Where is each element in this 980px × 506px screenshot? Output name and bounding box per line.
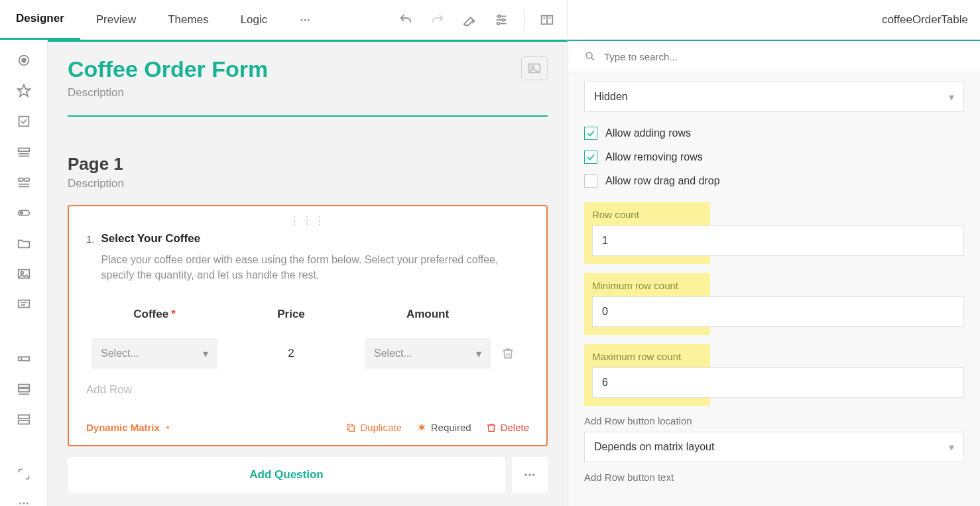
add-row-location-field: Add Row button location Depends on matri… (584, 415, 964, 462)
question-number: 1. (86, 232, 95, 283)
tab-logic[interactable]: Logic (225, 0, 284, 40)
max-row-count-field: Maximum row count (584, 344, 964, 406)
svg-point-39 (23, 503, 25, 505)
max-row-count-input[interactable] (592, 367, 964, 398)
svg-point-42 (531, 66, 534, 68)
tool-tagbox[interactable] (16, 175, 32, 190)
trash-icon (501, 347, 515, 360)
svg-line-48 (591, 58, 594, 60)
tool-file[interactable] (16, 236, 32, 251)
survey-description[interactable]: Description (68, 86, 521, 99)
tab-preview[interactable]: Preview (80, 0, 152, 40)
chevron-down-icon: ▾ (949, 441, 954, 454)
tool-rating[interactable] (16, 84, 32, 98)
svg-rect-36 (18, 415, 29, 419)
delete-button[interactable]: Delete (486, 422, 529, 433)
question-type-selector[interactable]: Dynamic Matrix (86, 422, 172, 433)
add-question-more-button[interactable] (512, 457, 548, 493)
question-description[interactable]: Place your coffee order with ease using … (101, 252, 526, 283)
checkbox-checked-icon (584, 127, 597, 140)
logo-placeholder[interactable] (521, 56, 548, 80)
svg-rect-20 (18, 178, 23, 182)
tool-dropdown[interactable] (16, 145, 32, 159)
question-title[interactable]: Select Your Coffee (101, 232, 529, 245)
chevron-down-icon: ▾ (476, 348, 481, 360)
tool-more[interactable] (16, 497, 32, 506)
column-header-price[interactable]: Price (223, 302, 359, 326)
redo-button[interactable] (423, 5, 452, 34)
dots-horizontal-icon (299, 14, 311, 26)
property-search[interactable] (568, 40, 980, 72)
svg-rect-43 (349, 426, 355, 431)
svg-point-8 (497, 22, 500, 25)
allow-row-drag-checkbox[interactable]: Allow row drag and drop (584, 169, 964, 193)
sliders-icon (494, 13, 509, 27)
add-row-button[interactable]: Add Row (86, 383, 529, 397)
svg-point-4 (498, 15, 501, 17)
image-icon (527, 61, 542, 76)
tab-themes[interactable]: Themes (152, 0, 224, 40)
row-count-label: Row count (592, 209, 964, 220)
settings-button[interactable] (487, 5, 516, 34)
duplicate-button[interactable]: Duplicate (345, 422, 402, 433)
coffee-select[interactable]: Select... ▾ (92, 338, 217, 369)
column-header-amount[interactable]: Amount (359, 302, 496, 326)
amount-select[interactable]: Select... ▾ (365, 338, 491, 369)
price-cell: 2 (288, 347, 294, 359)
tool-singleinput[interactable] (16, 351, 32, 366)
tool-panel[interactable] (16, 412, 32, 427)
preview-panel-button[interactable] (532, 5, 562, 34)
tool-boolean[interactable] (16, 206, 32, 220)
checkbox-checked-icon (584, 151, 597, 164)
expand-icon (17, 467, 31, 481)
selected-element-name: coffeeOrderTable (568, 0, 980, 39)
min-row-count-input[interactable] (592, 296, 964, 327)
allow-adding-rows-checkbox[interactable]: Allow adding rows (584, 121, 964, 145)
svg-rect-17 (18, 149, 29, 152)
allow-removing-rows-checkbox[interactable]: Allow removing rows (584, 145, 964, 169)
erase-icon (462, 13, 477, 27)
row-count-input[interactable] (592, 225, 964, 256)
erase-button[interactable] (455, 5, 484, 34)
svg-rect-16 (19, 117, 29, 127)
add-row-location-select[interactable]: Depends on matrix layout▾ (584, 432, 964, 462)
tool-multipletext[interactable] (16, 382, 32, 397)
chevron-down-icon: ▾ (203, 348, 208, 360)
top-tabs: Designer Preview Themes Logic (0, 0, 327, 39)
svg-point-44 (525, 474, 527, 476)
add-row-text-field: Add Row button text (584, 472, 964, 483)
column-header-coffee[interactable]: Coffee* (86, 302, 223, 326)
tool-expand[interactable] (16, 467, 32, 481)
tab-designer[interactable]: Designer (0, 0, 80, 40)
tool-comment[interactable] (16, 297, 32, 312)
svg-point-45 (528, 474, 530, 476)
delete-row-button[interactable] (496, 347, 529, 360)
tab-more[interactable] (283, 0, 327, 40)
page-title[interactable]: Page 1 (68, 154, 548, 174)
toolbox-rail (0, 40, 48, 506)
page-description[interactable]: Description (68, 177, 548, 190)
toolbar-actions (391, 0, 567, 39)
svg-point-46 (532, 474, 534, 476)
property-panel: Hidden▾ Allow adding rows Allow removing… (568, 40, 980, 506)
input-icon (17, 351, 31, 366)
add-question-button[interactable]: Add Question (68, 457, 505, 493)
svg-rect-33 (18, 385, 29, 388)
required-toggle[interactable]: Required (416, 422, 471, 433)
svg-marker-15 (17, 85, 29, 96)
svg-rect-21 (24, 178, 29, 182)
tool-radio[interactable] (16, 53, 32, 68)
dots-horizontal-icon (18, 497, 30, 506)
image-icon (17, 267, 31, 281)
panel-icon (17, 412, 31, 427)
visibility-select[interactable]: Hidden▾ (584, 82, 964, 112)
chevron-down-icon: ▾ (949, 91, 954, 103)
redo-icon (430, 13, 445, 27)
search-input[interactable] (604, 51, 964, 62)
tool-checkbox[interactable] (16, 114, 32, 129)
drag-handle-icon[interactable]: ⋮⋮⋮ (86, 214, 529, 227)
tool-image[interactable] (16, 267, 32, 281)
survey-title[interactable]: Coffee Order Form (68, 56, 521, 82)
undo-button[interactable] (391, 5, 420, 34)
question-card[interactable]: ⋮⋮⋮ 1. Select Your Coffee Place your cof… (68, 205, 548, 446)
